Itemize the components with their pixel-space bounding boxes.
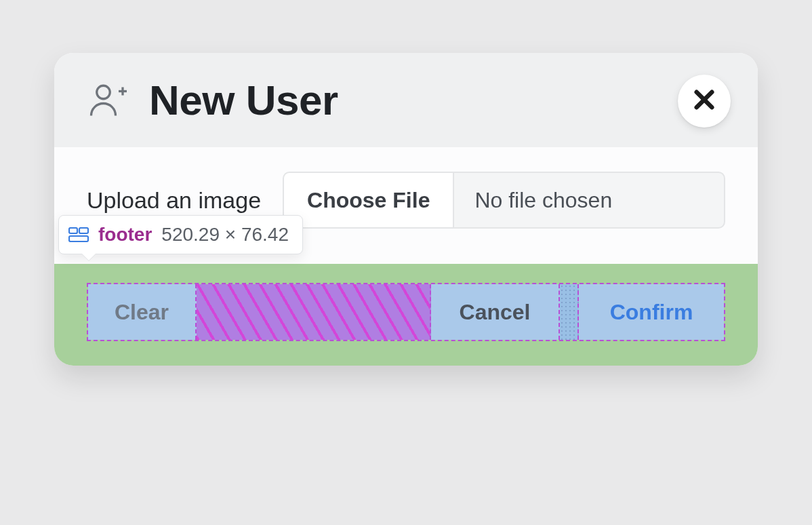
close-button[interactable] xyxy=(678,75,731,128)
devtools-tooltip: footer 520.29 × 76.42 xyxy=(58,215,303,254)
flex-margin-region xyxy=(560,284,579,340)
user-plus-icon xyxy=(87,79,130,122)
confirm-button[interactable]: Confirm xyxy=(579,284,724,340)
file-status-text: No file chosen xyxy=(454,173,724,227)
file-input[interactable]: Choose File No file chosen xyxy=(283,172,725,229)
flex-gap-region xyxy=(197,284,431,340)
layout-icon xyxy=(68,227,89,242)
dialog-header: New User xyxy=(54,53,758,147)
svg-rect-7 xyxy=(69,236,88,241)
svg-point-0 xyxy=(97,85,110,99)
tooltip-dimensions: 520.29 × 76.42 xyxy=(161,224,289,246)
dialog-title: New User xyxy=(149,76,338,124)
upload-label: Upload an image xyxy=(87,187,261,214)
new-user-dialog: New User Upload an image Choose File No … xyxy=(54,53,758,366)
footer-flex-overlay: Clear Cancel Confirm xyxy=(87,283,725,341)
cancel-button[interactable]: Cancel xyxy=(431,284,560,340)
tooltip-tag: footer xyxy=(98,224,152,246)
svg-rect-5 xyxy=(69,228,77,233)
svg-rect-6 xyxy=(79,228,88,233)
clear-button[interactable]: Clear xyxy=(88,284,197,340)
close-icon xyxy=(693,88,716,114)
choose-file-button[interactable]: Choose File xyxy=(284,173,454,227)
dialog-footer: footer 520.29 × 76.42 Clear Cancel Confi… xyxy=(54,264,758,366)
